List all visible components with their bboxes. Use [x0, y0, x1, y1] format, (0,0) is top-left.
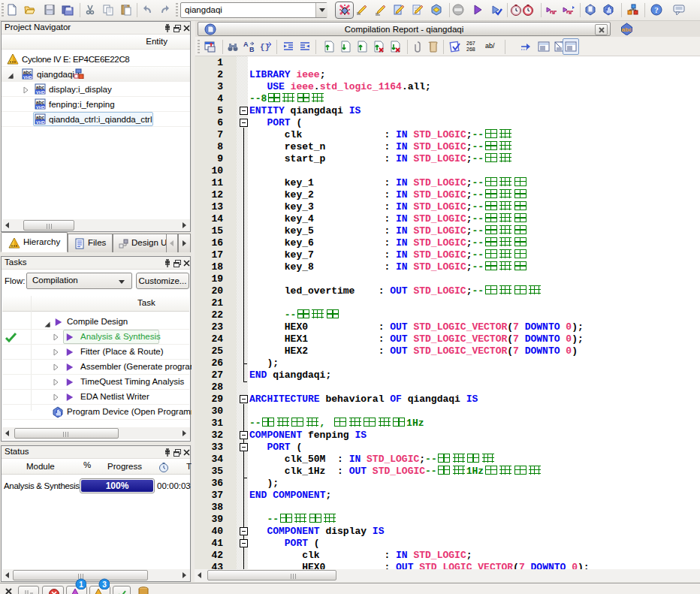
svg-text:VHD: VHD [36, 90, 45, 95]
svg-text:VHD: VHD [23, 75, 32, 80]
svg-text:VHD: VHD [36, 120, 45, 125]
svg-text:VHD: VHD [36, 105, 45, 110]
svg-text:3: 3 [102, 580, 107, 589]
svg-text:ab/: ab/ [485, 42, 495, 50]
svg-text:267: 267 [466, 41, 475, 46]
svg-text:B: B [249, 46, 255, 53]
svg-text:abc: abc [36, 85, 45, 90]
svg-text:268: 268 [466, 47, 475, 52]
svg-text:A: A [243, 41, 249, 48]
svg-text:1: 1 [79, 580, 83, 589]
svg-text:abc: abc [23, 70, 32, 75]
svg-text:abc: abc [622, 26, 632, 33]
svg-text:?: ? [654, 5, 659, 14]
svg-text:abc: abc [36, 100, 45, 105]
svg-text:abc: abc [36, 115, 45, 120]
